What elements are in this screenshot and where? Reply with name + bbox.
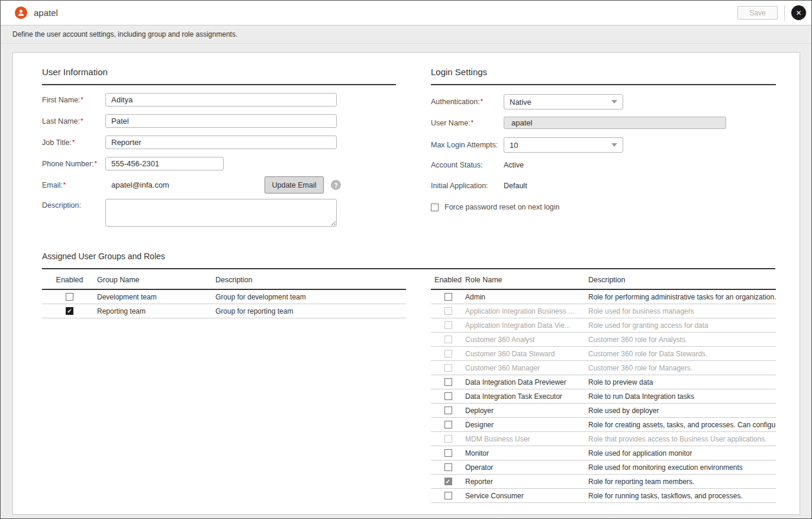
job-title-input[interactable]	[105, 136, 337, 149]
group-enabled-checkbox[interactable]: ✓	[66, 307, 73, 315]
help-icon[interactable]: ?	[331, 180, 341, 190]
authentication-value: Native	[510, 98, 531, 107]
role-row: Data Integration Data PreviewerRole to p…	[431, 375, 776, 389]
role-enabled-cell	[431, 463, 465, 471]
role-enabled-checkbox[interactable]	[444, 407, 452, 414]
role-name: Data Integration Task Executor	[465, 392, 588, 401]
group-enabled-cell	[42, 293, 97, 301]
role-enabled-checkbox[interactable]	[444, 293, 452, 301]
role-row: ✓ReporterRole for reporting team members…	[431, 475, 776, 489]
role-enabled-checkbox[interactable]	[444, 492, 452, 499]
role-name: MDM Business User	[465, 435, 588, 443]
role-description: Role to preview data	[588, 378, 776, 386]
last-name-row: Last Name:*	[42, 114, 396, 128]
groups-col-description: Description	[215, 276, 406, 284]
role-name: Application Integration Business ...	[465, 307, 588, 315]
required-marker: *	[72, 138, 75, 146]
role-name: Application Integration Data Vie...	[465, 321, 588, 330]
required-marker: *	[471, 119, 473, 126]
group-description: Group for reporting team	[215, 307, 406, 315]
role-enabled-cell	[431, 378, 465, 386]
role-row: Service ConsumerRole for running tasks, …	[431, 489, 776, 503]
role-enabled-checkbox[interactable]	[444, 364, 452, 372]
group-enabled-checkbox[interactable]	[66, 293, 73, 301]
required-marker: *	[80, 117, 83, 124]
account-status-value: Active	[504, 161, 524, 169]
role-enabled-checkbox[interactable]	[444, 449, 452, 457]
save-button[interactable]: Save	[737, 6, 778, 20]
roles-col-description: Description	[588, 276, 776, 284]
role-enabled-checkbox[interactable]	[444, 392, 452, 400]
user-avatar-icon	[15, 7, 27, 19]
user-name-input	[504, 117, 726, 129]
user-information-section: User Information First Name:* Last Name:…	[42, 67, 396, 227]
job-title-row: Job Title:*	[42, 136, 396, 149]
role-description: Customer 360 role for Managers.	[588, 364, 776, 372]
last-name-label: Last Name:*	[42, 117, 105, 125]
role-enabled-checkbox[interactable]	[444, 336, 452, 343]
initial-application-value: Default	[504, 182, 527, 190]
role-enabled-cell	[431, 307, 465, 315]
roles-col-enabled: Enabled	[431, 276, 465, 284]
role-enabled-checkbox[interactable]	[444, 421, 452, 428]
max-login-attempts-select[interactable]: 10	[504, 137, 623, 153]
role-row: Customer 360 Data StewardCustomer 360 ro…	[431, 347, 776, 361]
role-name: Customer 360 Manager	[465, 364, 588, 372]
role-name: Customer 360 Data Steward	[465, 350, 588, 358]
group-enabled-cell: ✓	[42, 307, 97, 315]
phone-number-input[interactable]	[105, 157, 224, 170]
group-row: ✓Reporting teamGroup for reporting team	[42, 304, 406, 318]
force-password-reset-checkbox[interactable]	[431, 204, 439, 211]
role-description: Customer 360 role for Analysts.	[588, 336, 776, 344]
role-enabled-checkbox[interactable]	[444, 307, 452, 315]
group-row: Development teamGroup for development te…	[42, 290, 406, 304]
last-name-input[interactable]	[105, 114, 337, 128]
max-login-attempts-label: Max Login Attempts:	[431, 141, 504, 149]
user-information-heading: User Information	[42, 67, 396, 85]
groups-table: Enabled Group Name Description Developme…	[42, 269, 406, 503]
first-name-input[interactable]	[105, 93, 337, 107]
role-enabled-cell	[431, 392, 465, 400]
role-description: Role that provides access to Business Us…	[588, 435, 776, 443]
role-enabled-checkbox[interactable]: ✓	[444, 478, 452, 485]
user-name-label: User Name:*	[431, 119, 504, 127]
role-enabled-checkbox[interactable]	[444, 350, 452, 357]
assigned-section: Assigned User Groups and Roles Enabled G…	[42, 252, 775, 503]
required-marker: *	[481, 98, 483, 105]
description-textarea[interactable]	[105, 199, 337, 227]
page-title: apatel	[34, 8, 58, 18]
group-name: Reporting team	[97, 307, 215, 315]
groups-col-enabled: Enabled	[42, 276, 97, 284]
chevron-down-icon	[611, 100, 617, 104]
email-row: Email:* apatel@infa.com Update Email ?	[42, 176, 396, 194]
role-description: Role for performing administrative tasks…	[588, 293, 776, 301]
role-name: Admin	[465, 293, 588, 301]
role-row: Customer 360 AnalystCustomer 360 role fo…	[431, 333, 776, 347]
role-description: Role for reporting team members.	[588, 478, 776, 486]
roles-table-header: Enabled Role Name Description	[431, 270, 776, 290]
groups-table-body: Development teamGroup for development te…	[42, 290, 406, 318]
role-enabled-checkbox[interactable]	[444, 378, 452, 386]
role-enabled-checkbox[interactable]	[444, 321, 452, 329]
required-marker: *	[81, 96, 83, 103]
close-button[interactable]: ✕	[791, 5, 806, 20]
role-description: Role used for granting access for data	[588, 321, 776, 330]
account-status-row: Account Status: Active	[431, 161, 776, 169]
authentication-select[interactable]: Native	[504, 94, 623, 109]
role-name: Monitor	[465, 449, 588, 457]
required-marker: *	[63, 181, 66, 188]
update-email-button[interactable]: Update Email	[265, 176, 324, 194]
role-enabled-cell	[431, 336, 465, 343]
first-name-label: First Name:*	[42, 96, 105, 104]
role-description: Role used for business managers	[588, 307, 776, 315]
role-enabled-cell	[431, 407, 465, 414]
role-row: Customer 360 ManagerCustomer 360 role fo…	[431, 361, 776, 375]
user-name-row: User Name:*	[431, 117, 776, 129]
role-name: Operator	[465, 463, 588, 472]
chevron-down-icon	[611, 143, 617, 147]
roles-col-name: Role Name	[465, 276, 588, 284]
role-enabled-checkbox[interactable]	[444, 463, 452, 471]
role-description: Role used by deployer	[588, 407, 776, 415]
role-enabled-cell	[431, 321, 465, 329]
role-enabled-checkbox[interactable]	[444, 435, 452, 443]
